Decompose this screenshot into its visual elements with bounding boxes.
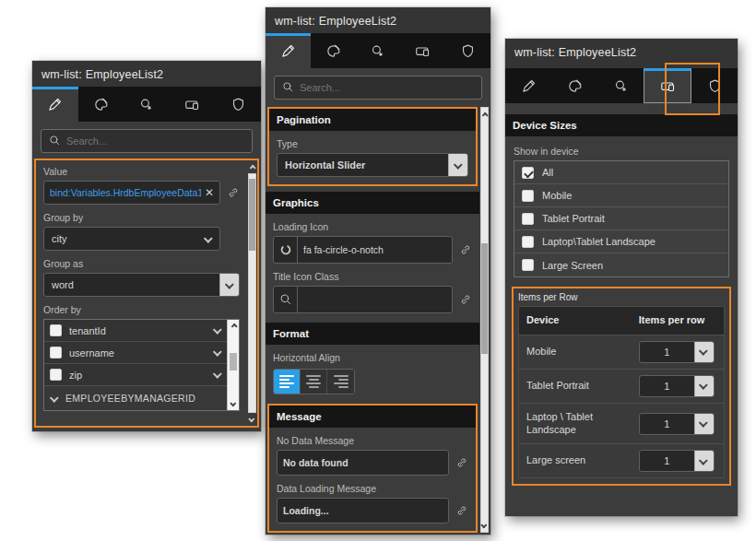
checkbox-large-screen[interactable] (522, 259, 534, 271)
bind-link-icon[interactable] (455, 504, 468, 517)
tab-properties[interactable] (32, 87, 78, 122)
tab-security[interactable] (215, 87, 261, 122)
pagination-type-select[interactable]: Horizontal Slider (277, 153, 468, 177)
tab-events[interactable] (356, 33, 401, 68)
chevron-down-icon[interactable] (248, 416, 254, 422)
data-loading-message-input[interactable] (283, 505, 443, 516)
select-dropdown-button[interactable] (694, 342, 714, 362)
tab-device[interactable] (170, 87, 216, 122)
chevron-down-icon[interactable] (213, 370, 222, 379)
device-option-all[interactable]: All (514, 161, 728, 184)
order-by-option[interactable]: username (44, 342, 227, 364)
bind-link-icon[interactable] (459, 243, 472, 256)
search-input[interactable] (66, 135, 244, 147)
select-dropdown-button[interactable] (219, 274, 239, 296)
checkbox-all[interactable] (522, 167, 534, 179)
device-option-label: All (542, 167, 553, 178)
select-dropdown-button[interactable] (694, 376, 714, 396)
bind-link-icon[interactable] (227, 186, 240, 199)
device-option-large-screen[interactable]: Large Screen (514, 253, 728, 276)
checkbox-zip[interactable] (50, 369, 62, 381)
title-icon-input[interactable] (303, 294, 446, 305)
chevron-down-icon (453, 159, 462, 169)
shield-icon (230, 97, 246, 114)
group-by-select[interactable]: city (43, 227, 220, 251)
tab-styles[interactable] (78, 87, 124, 122)
checkbox-mobile[interactable] (522, 190, 534, 202)
table-row: Mobile 1 (519, 335, 724, 369)
checkbox-laptop-tablet-landscape[interactable] (522, 236, 534, 248)
clear-x-icon[interactable]: ✕ (205, 186, 214, 199)
chevron-down-icon[interactable] (213, 347, 222, 357)
tab-security[interactable] (445, 33, 490, 68)
chevron-down-icon[interactable] (480, 522, 487, 528)
device-option-mobile[interactable]: Mobile (514, 184, 728, 207)
scrollbar-thumb[interactable] (481, 243, 488, 354)
panel-scrollbar[interactable] (247, 160, 257, 426)
device-option-laptop-tablet-landscape[interactable]: Laptop\Tablet Landscape (514, 230, 728, 253)
bind-link-icon[interactable] (459, 293, 472, 306)
search-input[interactable] (300, 82, 474, 93)
bind-link-icon[interactable] (455, 456, 468, 469)
loading-icon-input[interactable] (303, 244, 446, 255)
tab-device[interactable] (644, 68, 691, 103)
no-data-message-row (277, 450, 468, 476)
align-center-button[interactable] (301, 370, 327, 394)
scrollbar-thumb[interactable] (230, 353, 237, 370)
panel-scrollbar[interactable] (479, 107, 490, 533)
select-dropdown-button[interactable] (694, 414, 714, 434)
row-device-label: Mobile (519, 338, 633, 366)
checkbox-username[interactable] (50, 347, 62, 359)
checkbox-tenantid[interactable] (50, 324, 62, 336)
order-by-option[interactable]: tenantId (44, 320, 227, 342)
select-dropdown-button[interactable] (448, 154, 467, 176)
column-header-items-per-row: Items per row (633, 307, 724, 335)
pagination-header: Pagination (269, 109, 476, 131)
tab-bar (32, 87, 261, 122)
properties-panel-3: wm-list: EmployeeList2 Device Sizes Show… (505, 39, 738, 516)
chevron-up-icon[interactable] (250, 164, 256, 171)
tab-properties[interactable] (505, 68, 551, 103)
no-data-message-input[interactable] (283, 457, 443, 468)
tab-bar (266, 33, 490, 68)
order-by-scrollbar[interactable] (227, 320, 239, 410)
chevron-up-icon[interactable] (482, 112, 489, 118)
checkbox-tablet-portrait[interactable] (522, 213, 534, 225)
tab-security[interactable] (691, 68, 738, 103)
message-section-annotated: Message No Data Message Data Loading Mes… (267, 404, 478, 533)
tab-properties[interactable] (266, 33, 311, 68)
items-per-row-select-mobile[interactable]: 1 (639, 341, 715, 363)
employeebymanagerid-group[interactable]: EMPLOYEEBYMANAGERID (44, 386, 227, 410)
order-by-rows: tenantId username zip (44, 320, 227, 410)
device-option-tablet-portrait[interactable]: Tablet Portrait (514, 207, 728, 230)
chevron-up-icon[interactable] (230, 323, 237, 330)
tab-styles[interactable] (311, 33, 356, 68)
group-as-select[interactable]: word (43, 273, 240, 297)
loading-icon-row (273, 236, 472, 264)
value-label: Value (43, 166, 240, 177)
option-label: username (69, 347, 114, 359)
align-right-button[interactable] (327, 370, 354, 394)
chevron-down-icon[interactable] (230, 400, 236, 406)
order-by-option[interactable]: zip (44, 364, 227, 386)
items-per-row-select-large-screen[interactable]: 1 (639, 450, 715, 472)
device-sizes-header: Device Sizes (505, 114, 738, 136)
shield-icon (707, 78, 723, 96)
properties-content-annotated: Value ✕ Group by city Group as word (34, 159, 259, 428)
items-per-row-select-laptop-tablet-landscape[interactable]: 1 (639, 413, 715, 435)
order-by-label: Order by (43, 304, 240, 315)
scrollbar-thumb[interactable] (249, 179, 255, 250)
screenshot-stage: wm-list: EmployeeList2 Value ✕ (0, 0, 756, 541)
horizontal-align-label: Horizontal Align (273, 352, 472, 363)
select-dropdown-button[interactable] (694, 451, 714, 471)
search-box[interactable] (41, 129, 253, 153)
chevron-down-icon[interactable] (213, 325, 222, 335)
tab-styles[interactable] (551, 68, 597, 103)
align-left-button[interactable] (274, 370, 301, 394)
search-box[interactable] (274, 76, 482, 100)
items-per-row-select-tablet-portrait[interactable]: 1 (639, 375, 715, 397)
tab-events[interactable] (597, 68, 644, 103)
tab-device[interactable] (400, 33, 445, 68)
tab-events[interactable] (124, 87, 170, 122)
value-input[interactable] (50, 187, 201, 198)
